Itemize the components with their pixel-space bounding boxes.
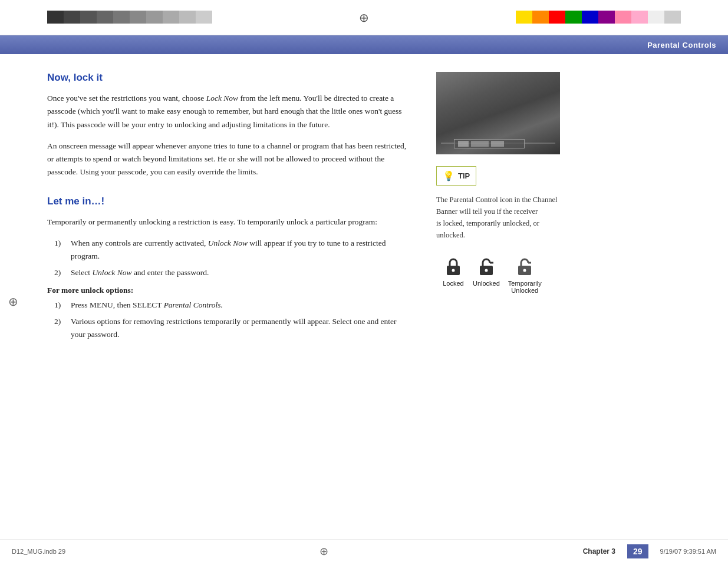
lock-item-temp-unlocked: TemporarilyUnlocked	[508, 255, 542, 294]
main-content: Now, lock it Once you've set the restric…	[0, 54, 728, 538]
let-me-in-intro: Temporarily or permanently unlocking a r…	[47, 216, 413, 229]
chapter-right: Chapter 3 29 9/19/07 9:39:51 AM	[583, 544, 716, 558]
lightbulb-icon: 💡	[443, 170, 454, 181]
svg-point-5	[523, 269, 526, 272]
right-column: 💡 TIP The Parental Control icon in the C…	[436, 72, 572, 527]
top-bar	[0, 0, 728, 35]
timestamp: 9/19/07 9:39:51 AM	[660, 548, 716, 555]
temp-unlocked-icon	[513, 255, 536, 277]
tv-screenshot	[436, 72, 560, 154]
section-now-lock-it: Now, lock it Once you've set the restric…	[47, 72, 413, 179]
list-item-4: 2) Various options for removing restrict…	[71, 315, 413, 342]
section-let-me-in: Let me in…! Temporarily or permanently u…	[47, 196, 413, 342]
paragraph-2: An onscreen message will appear whenever…	[47, 140, 413, 179]
list-label: For more unlock options:	[47, 286, 413, 295]
svg-point-1	[452, 269, 455, 272]
locked-icon	[442, 255, 465, 277]
list-item-3: 1) Press MENU, then SELECT Parental Cont…	[71, 299, 413, 312]
lock-item-unlocked: Unlocked	[473, 255, 500, 287]
unlock-list-1: 1) When any controls are currently activ…	[59, 237, 413, 280]
temp-unlocked-label: TemporarilyUnlocked	[508, 280, 542, 294]
page-number: 29	[627, 544, 648, 558]
tv-image-inner	[436, 72, 560, 154]
tip-text: The Parental Control icon in the Channel…	[436, 194, 572, 241]
header-band: Parental Controls	[0, 35, 728, 54]
header-band-title: Parental Controls	[647, 41, 716, 49]
unlock-list-2: 1) Press MENU, then SELECT Parental Cont…	[59, 299, 413, 342]
unlocked-icon	[475, 255, 498, 277]
section-title-now-lock-it: Now, lock it	[47, 72, 413, 84]
list-item-1: 1) When any controls are currently activ…	[71, 237, 413, 263]
svg-point-3	[485, 269, 487, 272]
tip-box: 💡 TIP	[436, 166, 476, 186]
file-name: D12_MUG.indb 29	[12, 548, 65, 555]
chapter-label: Chapter 3	[583, 547, 615, 556]
list-item-2: 2) Select Unlock Now and enter the passw…	[71, 266, 413, 279]
section-title-let-me-in: Let me in…!	[47, 196, 413, 207]
lock-item-locked: Locked	[442, 255, 465, 287]
locked-label: Locked	[443, 280, 463, 287]
color-strip-left	[47, 11, 212, 24]
crosshair-top-center	[357, 11, 371, 25]
tip-label: TIP	[458, 171, 470, 180]
color-strip-right	[516, 11, 681, 24]
crosshair-bottom: ⊕	[319, 545, 328, 558]
crosshair-left: ⊕	[8, 295, 18, 309]
unlocked-label: Unlocked	[473, 280, 500, 287]
paragraph-1: Once you've set the restrictions you wan…	[47, 92, 413, 131]
bottom-bar: D12_MUG.indb 29 ⊕ Chapter 3 29 9/19/07 9…	[0, 540, 728, 562]
lock-icons-row: Locked Unlocked Te	[442, 255, 572, 294]
left-column: Now, lock it Once you've set the restric…	[47, 72, 413, 527]
